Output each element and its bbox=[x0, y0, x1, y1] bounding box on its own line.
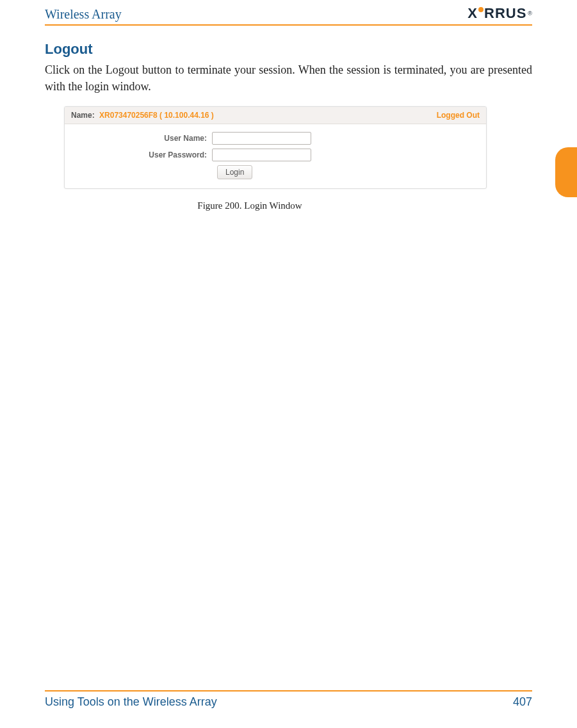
page-header: Wireless Array X RRUS ® bbox=[45, 5, 532, 26]
username-input[interactable] bbox=[212, 132, 311, 145]
figure-caption: Figure 200. Login Window bbox=[13, 200, 487, 211]
logo-text-rrus: RRUS bbox=[484, 5, 526, 22]
login-header-bar: Name: XR073470256F8 ( 10.100.44.16 ) Log… bbox=[65, 107, 486, 124]
logo-text-x: X bbox=[467, 5, 478, 22]
brand-logo: X RRUS ® bbox=[467, 5, 532, 22]
page-footer: Using Tools on the Wireless Array 407 bbox=[45, 690, 532, 709]
header-title: Wireless Array bbox=[45, 7, 122, 22]
password-row: User Password: bbox=[71, 149, 480, 161]
footer-page-number: 407 bbox=[513, 695, 532, 709]
login-button-row: Login bbox=[217, 165, 480, 179]
logo-dot-icon bbox=[478, 7, 484, 12]
login-name-value: XR073470256F8 ( 10.100.44.16 ) bbox=[99, 111, 214, 120]
logo-registered-icon: ® bbox=[528, 10, 532, 17]
login-window-figure: Name: XR073470256F8 ( 10.100.44.16 ) Log… bbox=[64, 106, 487, 211]
login-button[interactable]: Login bbox=[217, 165, 252, 179]
section-heading: Logout bbox=[45, 41, 93, 58]
section-body-text: Click on the Logout button to terminate … bbox=[45, 61, 532, 95]
password-input[interactable] bbox=[212, 149, 311, 161]
login-body: User Name: User Password: Login bbox=[65, 124, 486, 188]
username-row: User Name: bbox=[71, 132, 480, 145]
side-tab-icon bbox=[555, 147, 577, 197]
footer-section-title: Using Tools on the Wireless Array bbox=[45, 695, 217, 709]
login-name-block: Name: XR073470256F8 ( 10.100.44.16 ) bbox=[71, 111, 214, 120]
login-panel: Name: XR073470256F8 ( 10.100.44.16 ) Log… bbox=[64, 106, 487, 189]
password-label: User Password: bbox=[71, 150, 212, 159]
login-status-text: Logged Out bbox=[437, 111, 480, 120]
login-name-label: Name: bbox=[71, 111, 95, 120]
username-label: User Name: bbox=[71, 134, 212, 143]
